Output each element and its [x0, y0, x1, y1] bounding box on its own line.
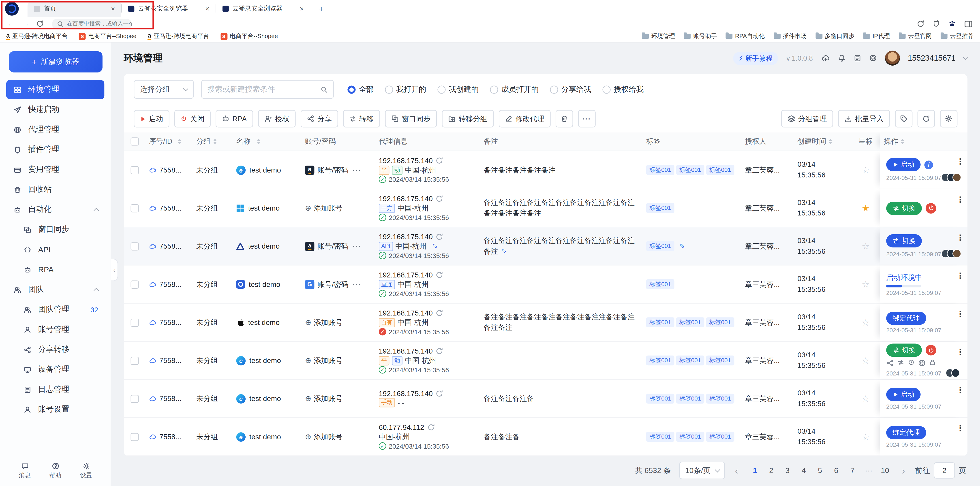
- bookmark-item[interactable]: a亚马逊-跨境电商平台: [148, 32, 209, 40]
- sidebar-footer-help[interactable]: 帮助: [49, 462, 61, 480]
- more-button[interactable]: ···: [578, 110, 595, 127]
- sidebar-item-quick-launch[interactable]: 快速启动: [6, 100, 104, 119]
- search-input[interactable]: 搜索或新建搜索条件: [201, 80, 334, 98]
- power-off-button[interactable]: [926, 203, 936, 213]
- bookmark-folder[interactable]: 账号助手: [684, 32, 717, 40]
- edit-proxy-icon[interactable]: ✎: [432, 242, 438, 250]
- rpa-button[interactable]: RPA: [216, 110, 253, 127]
- forward-icon[interactable]: →: [22, 20, 30, 27]
- kebab-menu-icon[interactable]: ⋮: [956, 195, 964, 204]
- bind-proxy-button[interactable]: 绑定代理: [886, 311, 926, 325]
- star-icon[interactable]: ☆: [862, 356, 869, 365]
- tag-chip[interactable]: 标签001: [676, 165, 704, 175]
- sidebar-item-team[interactable]: 团队: [6, 280, 104, 299]
- tag-chip[interactable]: 标签001: [646, 165, 674, 175]
- side-panel-icon[interactable]: [964, 20, 972, 28]
- add-account-button[interactable]: ⊕添加账号: [305, 394, 342, 403]
- reload-icon[interactable]: [36, 20, 44, 27]
- bind-proxy-button[interactable]: 绑定代理: [886, 426, 926, 439]
- extensions-icon[interactable]: [932, 20, 940, 27]
- row-checkbox[interactable]: [130, 356, 138, 364]
- row-checkbox[interactable]: [130, 204, 138, 212]
- page-button-6[interactable]: 6: [829, 462, 843, 479]
- transfer-button[interactable]: 转移: [343, 110, 380, 127]
- history-icon[interactable]: [908, 359, 915, 367]
- sidebar-item-device-management[interactable]: 设备管理: [6, 360, 104, 379]
- sidebar-item-api[interactable]: API: [6, 240, 104, 259]
- bookmark-folder[interactable]: RPA自动化: [726, 32, 765, 40]
- star-icon[interactable]: ☆: [862, 432, 869, 442]
- launch-button[interactable]: 启动: [134, 110, 169, 127]
- authorize-button[interactable]: 授权: [258, 110, 296, 127]
- tag-chip[interactable]: 标签001: [706, 432, 734, 442]
- page-button-4[interactable]: 4: [797, 462, 811, 479]
- star-icon[interactable]: ☆: [862, 241, 869, 251]
- browser-tab[interactable]: 首页×: [27, 0, 121, 17]
- bookmark-folder[interactable]: 云登官网: [899, 32, 932, 40]
- page-button-5[interactable]: 5: [813, 462, 827, 479]
- bell-icon[interactable]: [838, 54, 845, 62]
- sort-icon[interactable]: [177, 139, 181, 145]
- tag-chip[interactable]: 标签001: [646, 432, 674, 442]
- scope-radio-opened-by-me[interactable]: 我打开的: [385, 84, 426, 95]
- star-icon[interactable]: ☆: [862, 279, 869, 289]
- star-icon[interactable]: ☆: [862, 317, 869, 327]
- tag-chip[interactable]: 标签001: [676, 432, 704, 442]
- scope-radio-shared-to-me[interactable]: 分享给我: [550, 84, 591, 95]
- bookmark-folder[interactable]: IP代理: [863, 32, 890, 40]
- sidebar-collapse-handle[interactable]: ‹: [111, 259, 118, 281]
- back-icon[interactable]: ←: [8, 20, 15, 27]
- sync-icon[interactable]: [917, 20, 924, 27]
- sidebar-item-log-management[interactable]: 日志管理: [6, 380, 104, 399]
- sidebar-item-proxy-management[interactable]: 代理管理: [6, 120, 104, 140]
- add-account-button[interactable]: ⊕添加账号: [305, 432, 342, 442]
- proxy-refresh-icon[interactable]: [436, 195, 444, 202]
- bookmark-item[interactable]: a亚马逊-跨境电商平台: [6, 32, 68, 40]
- star-icon[interactable]: ☆: [862, 165, 869, 175]
- cloud-upload-icon[interactable]: [821, 54, 830, 62]
- kebab-menu-icon[interactable]: ⋮: [956, 347, 964, 357]
- account-more-icon[interactable]: ···: [353, 242, 361, 250]
- share-button[interactable]: 分享: [301, 110, 338, 127]
- add-account-button[interactable]: ⊕添加账号: [305, 318, 342, 327]
- network-icon[interactable]: [918, 359, 926, 367]
- info-icon[interactable]: i: [924, 160, 933, 169]
- close-tab-icon[interactable]: ×: [205, 5, 209, 12]
- tag-chip[interactable]: 标签001: [706, 317, 734, 327]
- switch-button[interactable]: 切换: [886, 344, 922, 357]
- add-account-button[interactable]: ⊕添加账号: [305, 203, 342, 213]
- tag-chip[interactable]: 标签001: [676, 317, 704, 327]
- share-icon[interactable]: [886, 359, 894, 367]
- group-select[interactable]: 选择分组: [134, 80, 194, 98]
- next-page-button[interactable]: ›: [900, 465, 906, 476]
- page-button-3[interactable]: 3: [781, 462, 794, 479]
- sidebar-item-billing-management[interactable]: 费用管理: [6, 160, 104, 179]
- tag-chip[interactable]: 标签001: [706, 165, 734, 175]
- tag-chip[interactable]: 标签001: [646, 317, 674, 327]
- sidebar-item-account-management[interactable]: 账号管理: [6, 320, 104, 340]
- proxy-refresh-icon[interactable]: [436, 309, 444, 317]
- row-checkbox[interactable]: [130, 242, 138, 250]
- proxy-refresh-icon[interactable]: [436, 271, 444, 279]
- kebab-menu-icon[interactable]: ⋮: [956, 233, 964, 242]
- sidebar-item-automation[interactable]: 自动化: [6, 200, 104, 219]
- close-tab-icon[interactable]: ×: [111, 5, 115, 12]
- select-all-checkbox[interactable]: [130, 137, 138, 145]
- row-checkbox[interactable]: [130, 432, 138, 441]
- proxy-refresh-icon[interactable]: [436, 157, 444, 164]
- sidebar-item-plugin-management[interactable]: 插件管理: [6, 140, 104, 159]
- star-icon[interactable]: ★: [862, 203, 869, 213]
- star-icon[interactable]: ☆: [862, 394, 869, 403]
- row-checkbox[interactable]: [130, 280, 138, 288]
- bookmark-folder[interactable]: 环境管理: [642, 32, 675, 40]
- sidebar-item-share-transfer[interactable]: 分享转移: [6, 340, 104, 359]
- page-button-1[interactable]: 1: [748, 462, 762, 479]
- sidebar-footer-settings[interactable]: 设置: [80, 462, 92, 480]
- new-tab-button[interactable]: +: [315, 2, 328, 15]
- delete-button[interactable]: [555, 110, 573, 127]
- sort-icon[interactable]: [900, 139, 904, 145]
- tag-chip[interactable]: 标签001: [646, 356, 674, 365]
- kebab-menu-icon[interactable]: ⋮: [956, 424, 964, 433]
- start-button[interactable]: 启动: [886, 388, 921, 401]
- sidebar-footer-messages[interactable]: 消息: [19, 462, 31, 480]
